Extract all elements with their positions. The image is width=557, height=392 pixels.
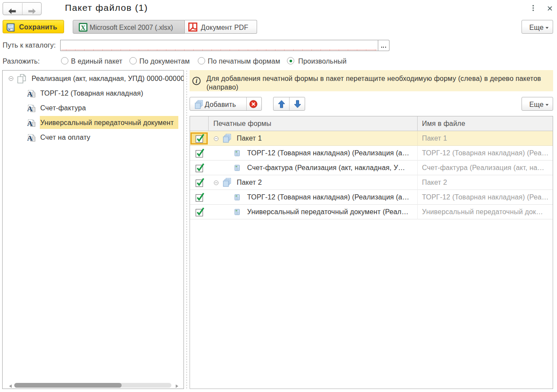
svg-text:X: X [80, 24, 85, 31]
svg-text:A: A [27, 104, 32, 112]
svg-text:A: A [27, 134, 32, 142]
svg-text:i: i [196, 78, 197, 84]
svg-text:A: A [27, 90, 32, 98]
svg-text:A: A [27, 119, 32, 127]
